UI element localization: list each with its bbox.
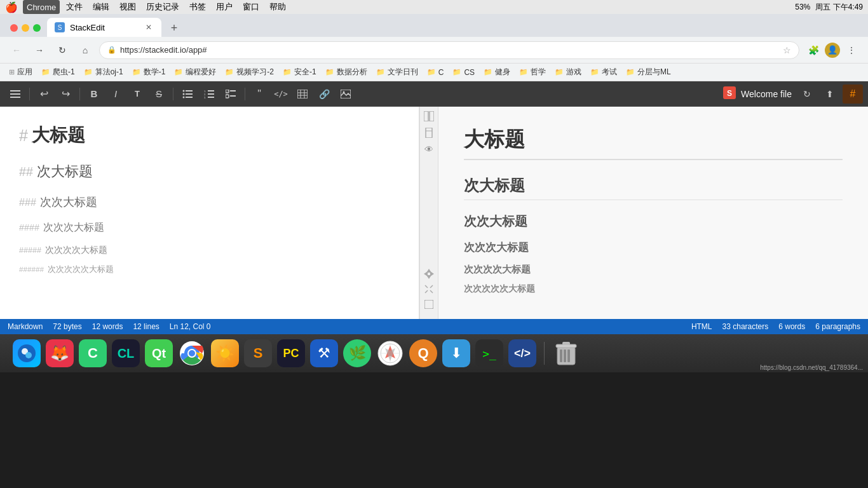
folder-icon-7: 📁 — [325, 68, 334, 76]
bookmark-algo[interactable]: 📁 算法oj-1 — [80, 65, 127, 79]
dock-trash[interactable] — [552, 339, 580, 367]
dock-terminal[interactable]: >_ — [475, 339, 503, 367]
dock-app13[interactable]: Q — [409, 339, 437, 367]
dock-vscode[interactable]: </> — [508, 339, 536, 367]
image-button[interactable] — [336, 85, 356, 104]
dock-app3[interactable]: C — [79, 339, 107, 367]
svg-line-39 — [430, 285, 433, 288]
chrome-menu-icon[interactable]: ⋮ — [843, 41, 860, 59]
folder-icon-10: 📁 — [452, 68, 461, 76]
tab-title: StackEdit — [70, 23, 105, 32]
heading-button[interactable]: T — [127, 85, 147, 104]
menu-history[interactable]: 历史记录 — [142, 0, 183, 14]
bookmark-philosophy[interactable]: 📁 哲学 — [515, 65, 550, 79]
new-tab-button[interactable]: + — [165, 19, 183, 37]
split-icon-1[interactable] — [423, 111, 435, 122]
dock-app11[interactable]: 🌿 — [343, 339, 371, 367]
close-button[interactable] — [10, 24, 18, 32]
bookmarks-bar: ⊞ 应用 📁 爬虫-1 📁 算法oj-1 📁 数学-1 📁 编程爱好 📁 视频学… — [0, 64, 868, 81]
panel-icon[interactable] — [423, 299, 435, 310]
dock-app7[interactable]: ☀️ — [211, 339, 239, 367]
dock-downloads[interactable]: ⬇ — [442, 339, 470, 367]
sync-button[interactable]: ↻ — [797, 85, 817, 104]
folder-icon-8: 📁 — [376, 68, 385, 76]
browser-tab[interactable]: S StackEdit ✕ — [47, 18, 161, 37]
bookmark-fitness[interactable]: 📁 健身 — [480, 65, 514, 79]
svg-rect-30 — [430, 111, 434, 121]
table-button[interactable] — [292, 85, 313, 104]
ordered-list-button[interactable]: 1. 2. 3. — [199, 85, 219, 104]
extensions-icon[interactable]: 🧩 — [804, 41, 822, 59]
svg-rect-12 — [208, 93, 214, 95]
svg-rect-14 — [208, 97, 214, 98]
menu-user[interactable]: 用户 — [212, 0, 236, 14]
unordered-list-button[interactable] — [177, 85, 198, 104]
lock-icon: 🔒 — [107, 46, 116, 54]
undo-button[interactable]: ↩ — [34, 85, 54, 104]
dock-clion[interactable]: CL — [112, 339, 140, 367]
navigation-icon[interactable] — [423, 268, 435, 280]
toolbar-right-buttons: ↻ ⬆ # — [797, 85, 863, 104]
bookmark-apps[interactable]: ⊞ 应用 — [5, 65, 36, 79]
back-button[interactable]: ← — [8, 41, 25, 59]
forward-button[interactable]: → — [31, 41, 48, 59]
tasklist-button[interactable]: ✓ — [220, 85, 241, 104]
maximize-button[interactable] — [33, 24, 41, 32]
dock-qt[interactable]: Qt — [145, 339, 173, 367]
menu-help[interactable]: 帮助 — [266, 0, 290, 14]
dock-chrome[interactable] — [178, 339, 206, 367]
editor-h6: ######次次次次次大标题 — [19, 262, 400, 276]
menu-window[interactable]: 窗口 — [239, 0, 263, 14]
expand-icon[interactable] — [423, 283, 435, 295]
italic-button[interactable]: I — [105, 85, 126, 104]
redo-button[interactable]: ↪ — [55, 85, 76, 104]
bookmark-literature[interactable]: 📁 文学日刊 — [372, 65, 422, 79]
url-bar[interactable]: 🔒 https://stackedit.io/app# ☆ — [99, 41, 799, 59]
bold-button[interactable]: B — [84, 85, 104, 104]
bookmark-star-icon[interactable]: ☆ — [783, 45, 791, 55]
publish-button[interactable]: ⬆ — [820, 85, 840, 104]
dock-finder[interactable] — [13, 339, 41, 367]
editor-panel[interactable]: #大标题 ##次大标题 ###次次大标题 ####次次次大标题 #####次次次… — [0, 107, 419, 319]
hash-button[interactable]: # — [843, 85, 863, 104]
menu-view[interactable]: 视图 — [116, 0, 140, 14]
dock-safari[interactable] — [376, 339, 404, 367]
h4-prefix: #### — [19, 222, 39, 233]
tab-close-button[interactable]: ✕ — [144, 22, 154, 32]
split-icon-2[interactable] — [423, 127, 435, 139]
profile-icon[interactable]: 👤 — [825, 43, 840, 58]
dock-sublime[interactable]: S — [244, 339, 272, 367]
refresh-button[interactable]: ↻ — [53, 41, 71, 59]
bookmark-ml[interactable]: 📁 分层与ML — [622, 65, 675, 79]
bookmark-programming[interactable]: 📁 编程爱好 — [170, 65, 220, 79]
dock-xcode[interactable]: ⚒ — [310, 339, 338, 367]
home-button[interactable]: ⌂ — [76, 41, 94, 59]
link-button[interactable]: 🔗 — [314, 85, 334, 104]
bookmark-games[interactable]: 📁 游戏 — [551, 65, 585, 79]
preview-icon[interactable]: 👁 — [423, 144, 435, 155]
folder-icon-12: 📁 — [519, 68, 528, 76]
menu-bookmarks[interactable]: 书签 — [186, 0, 210, 14]
dock-pycharm[interactable]: PC — [277, 339, 305, 367]
apple-menu-icon[interactable]: 🍎 — [5, 1, 18, 13]
menu-button[interactable] — [5, 85, 25, 104]
bookmark-video[interactable]: 📁 视频学习-2 — [221, 65, 278, 79]
bookmark-c[interactable]: 📁 C — [423, 67, 448, 78]
h1-prefix: # — [19, 126, 28, 144]
menu-file[interactable]: 文件 — [62, 0, 86, 14]
bookmark-exam[interactable]: 📁 考试 — [587, 65, 621, 79]
menu-edit[interactable]: 编辑 — [89, 0, 113, 14]
strikethrough-button[interactable]: S — [149, 85, 169, 104]
bookmark-cs[interactable]: 📁 CS — [449, 67, 478, 78]
toolbar-sep-1 — [29, 88, 30, 100]
minimize-button[interactable] — [22, 24, 29, 32]
bookmark-security[interactable]: 📁 安全-1 — [279, 65, 320, 79]
bookmark-math[interactable]: 📁 数学-1 — [128, 65, 170, 79]
bookmark-data[interactable]: 📁 数据分析 — [322, 65, 371, 79]
blockquote-button[interactable]: " — [249, 85, 269, 104]
code-button[interactable]: </> — [271, 85, 291, 104]
svg-point-48 — [189, 350, 195, 356]
dock-app2[interactable]: 🦊 — [46, 339, 74, 367]
app-name[interactable]: Chrome — [23, 0, 60, 14]
bookmark-crawler[interactable]: 📁 爬虫-1 — [37, 65, 79, 79]
